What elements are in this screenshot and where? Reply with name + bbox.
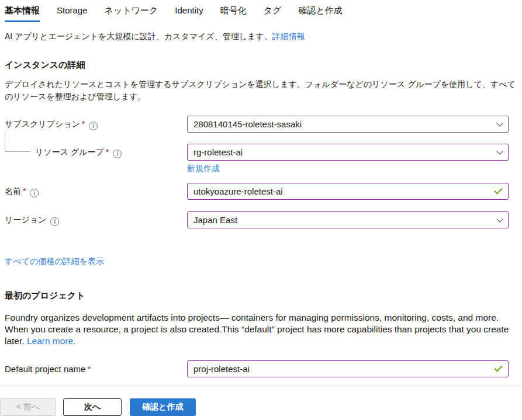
- required-asterisk: *: [106, 147, 109, 157]
- name-row: 名前*: [5, 183, 522, 200]
- default-project-name-label: Default project name*: [5, 360, 187, 374]
- tab-basics[interactable]: 基本情報: [5, 5, 40, 22]
- tab-encryption-label: 暗号化: [220, 5, 247, 15]
- resource-group-value: rg-roletest-ai: [193, 147, 497, 157]
- region-label: リージョン: [5, 211, 187, 226]
- tab-network-label: ネットワーク: [105, 5, 158, 15]
- required-asterisk: *: [23, 186, 26, 196]
- check-icon: [494, 186, 502, 194]
- footer-buttons: < 前へ 次へ 確認と作成: [0, 398, 522, 416]
- tab-review-create[interactable]: 確認と作成: [298, 5, 342, 22]
- resource-group-label-text: リソース グループ: [35, 147, 104, 157]
- default-project-name-row: Default project name*: [5, 360, 522, 377]
- project-description-text: Foundry organizes development artifacts …: [5, 313, 509, 346]
- previous-button[interactable]: < 前へ: [0, 398, 56, 416]
- learn-more-en-link[interactable]: Learn more.: [27, 336, 76, 346]
- chevron-down-icon: [496, 120, 503, 126]
- basics-form: サブスクリプション* 2808140145-roletest-sasaki リソ…: [5, 116, 522, 228]
- learn-more-link[interactable]: 詳細情報: [272, 32, 305, 41]
- name-input[interactable]: [193, 186, 495, 196]
- intro-text: AI アプリとエージェントを大規模に設計、カスタマイズ、管理します。詳細情報: [5, 32, 517, 42]
- default-project-name-label-text: Default project name: [5, 364, 85, 374]
- chevron-down-icon: [496, 216, 503, 222]
- tab-identity-label: Identity: [175, 5, 203, 15]
- check-icon: [494, 363, 502, 372]
- info-icon[interactable]: [89, 122, 98, 130]
- region-label-text: リージョン: [5, 215, 46, 224]
- resource-group-label: リソース グループ*: [5, 144, 187, 158]
- subscription-value: 2808140145-roletest-sasaki: [193, 119, 497, 129]
- review-create-button[interactable]: 確認と作成: [130, 398, 196, 416]
- tab-encryption[interactable]: 暗号化: [220, 5, 247, 22]
- tab-storage-label: Storage: [57, 5, 88, 15]
- tab-identity[interactable]: Identity: [175, 5, 203, 22]
- subscription-row: サブスクリプション* 2808140145-roletest-sasaki: [5, 116, 522, 133]
- name-field-wrapper: [187, 183, 509, 200]
- instance-section-description: デプロイされたリソースとコストを管理するサブスクリプションを選択します。フォルダ…: [5, 78, 516, 103]
- info-icon[interactable]: [50, 217, 59, 226]
- tab-basics-label: 基本情報: [5, 5, 40, 15]
- create-new-link[interactable]: 新規作成: [187, 164, 220, 173]
- resource-group-row: リソース グループ* rg-roletest-ai 新規作成: [5, 144, 522, 174]
- tree-connector-line: [5, 132, 30, 152]
- info-icon[interactable]: [30, 189, 39, 197]
- tab-tags-label: タグ: [264, 5, 282, 15]
- resource-group-select[interactable]: rg-roletest-ai: [187, 144, 509, 161]
- default-project-name-input[interactable]: [193, 364, 495, 374]
- region-select[interactable]: Japan East: [187, 211, 509, 228]
- region-value: Japan East: [193, 215, 497, 225]
- project-section-title: 最初のプロジェクト: [5, 290, 517, 301]
- name-label-text: 名前: [5, 186, 21, 196]
- required-asterisk: *: [82, 119, 85, 129]
- instance-section-title: インスタンスの詳細: [5, 60, 517, 71]
- project-section-description: Foundry organizes development artifacts …: [5, 312, 517, 347]
- wizard-tabs: 基本情報 Storage ネットワーク Identity 暗号化 タグ 確認と作…: [5, 0, 522, 22]
- info-icon[interactable]: [113, 150, 122, 158]
- subscription-select[interactable]: 2808140145-roletest-sasaki: [187, 116, 509, 133]
- tab-review-create-label: 確認と作成: [298, 5, 342, 15]
- chevron-down-icon: [496, 148, 503, 154]
- pricing-details-link[interactable]: すべての価格の詳細を表示: [5, 256, 104, 266]
- name-label: 名前*: [5, 183, 187, 197]
- next-button[interactable]: 次へ: [63, 398, 122, 416]
- region-row: リージョン Japan East: [5, 211, 522, 228]
- footer-divider: < 前へ 次へ 確認と作成: [0, 386, 522, 416]
- intro-description: AI アプリとエージェントを大規模に設計、カスタマイズ、管理します。: [5, 32, 272, 41]
- tab-network[interactable]: ネットワーク: [105, 5, 158, 22]
- default-project-name-field-wrapper: [187, 360, 509, 377]
- subscription-label-text: サブスクリプション: [5, 119, 80, 129]
- tab-tags[interactable]: タグ: [264, 5, 282, 22]
- subscription-label: サブスクリプション*: [5, 116, 187, 130]
- tab-storage[interactable]: Storage: [57, 5, 88, 22]
- required-asterisk: *: [87, 364, 91, 374]
